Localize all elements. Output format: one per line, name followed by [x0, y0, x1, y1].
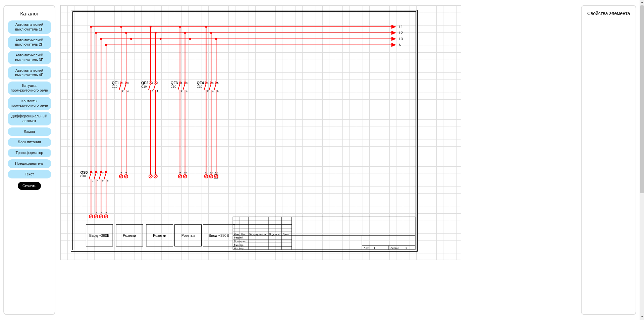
svg-text:4: 4: [127, 90, 129, 93]
catalog-item-rcbo[interactable]: Дифференциальный автомат: [8, 112, 51, 125]
svg-line-102: [105, 215, 107, 218]
svg-text:Ввод ~380В: Ввод ~380В: [209, 233, 229, 237]
catalog-item-relay-coil[interactable]: Катушка промежуточного реле: [8, 82, 51, 95]
svg-text:Дата: Дата: [283, 233, 289, 236]
svg-line-98: [95, 215, 97, 218]
svg-text:2: 2: [152, 90, 153, 93]
svg-text:8: 8: [155, 171, 157, 174]
window-scrollbar[interactable]: ▴ ▾: [640, 0, 644, 320]
svg-text:10: 10: [184, 171, 187, 174]
svg-point-13: [160, 38, 162, 40]
svg-line-85: [214, 84, 216, 90]
svg-text:2: 2: [92, 179, 94, 182]
svg-text:1: 1: [181, 82, 183, 85]
svg-text:C10: C10: [80, 174, 86, 178]
svg-line-116: [179, 175, 181, 178]
bus-n: N: [399, 43, 401, 47]
svg-text:QF3: QF3: [171, 81, 178, 85]
properties-title: Свойства элемента: [583, 11, 634, 16]
svg-text:4: 4: [157, 90, 158, 93]
svg-line-54: [124, 84, 126, 90]
svg-text:3: 3: [97, 171, 99, 174]
device-qf4[interactable]: QF4 C10 1 3 5 2 4 6: [197, 81, 219, 174]
svg-text:2: 2: [181, 90, 183, 93]
catalog-item-breaker-3p[interactable]: Автоматический выключатель 3П: [8, 51, 51, 64]
svg-line-108: [120, 175, 122, 178]
svg-text:6: 6: [217, 90, 219, 93]
svg-text:1: 1: [122, 82, 124, 85]
catalog-item-transformer[interactable]: Трансформатор: [8, 149, 51, 157]
svg-text:Лист: Лист: [241, 233, 247, 236]
svg-text:13: 13: [215, 171, 218, 174]
svg-line-124: [215, 175, 217, 178]
catalog-item-text[interactable]: Текст: [8, 170, 51, 179]
terminals-qs0-in: [89, 215, 108, 218]
svg-text:Н.контр.: Н.контр.: [234, 247, 244, 250]
svg-text:C10: C10: [112, 85, 117, 88]
svg-text:5: 5: [102, 171, 104, 174]
svg-text:Листов: Листов: [390, 247, 399, 250]
svg-text:3: 3: [212, 82, 214, 85]
scroll-thumb[interactable]: [640, 5, 644, 193]
svg-text:5: 5: [217, 82, 219, 85]
svg-text:C10: C10: [141, 85, 147, 88]
bus-l3: L3: [399, 37, 403, 41]
svg-text:1: 1: [92, 171, 94, 174]
svg-text:4: 4: [212, 90, 214, 93]
catalog-item-relay-contacts[interactable]: Контакты промежуточного реле: [8, 97, 51, 110]
svg-line-73: [178, 84, 180, 90]
catalog-item-lamp[interactable]: Лампа: [8, 127, 51, 136]
svg-text:7: 7: [107, 171, 109, 174]
svg-text:№ документа: № документа: [249, 233, 266, 236]
svg-line-96: [90, 215, 92, 218]
svg-text:Разраб.: Разраб.: [234, 236, 244, 239]
catalog-item-breaker-1p[interactable]: Автоматический выключатель 1П: [8, 20, 51, 34]
svg-text:3: 3: [157, 82, 158, 85]
catalog-title: Каталог: [20, 11, 39, 16]
device-qf1[interactable]: QF1 C10 1 3 2 4: [112, 81, 129, 174]
svg-line-63: [149, 84, 151, 90]
svg-text:Розетки: Розетки: [153, 233, 166, 237]
scroll-up-icon[interactable]: ▴: [640, 0, 644, 5]
svg-line-53: [119, 84, 121, 90]
catalog-sidebar: Каталог Автоматический выключатель 1П Ав…: [3, 5, 55, 315]
catalog-item-fuse[interactable]: Предохранитель: [8, 159, 51, 168]
svg-point-16: [189, 38, 191, 40]
svg-text:3: 3: [186, 82, 188, 85]
catalog-item-breaker-2p[interactable]: Автоматический выключатель 2П: [8, 36, 51, 49]
drawing-canvas[interactable]: L1 L2 L3 N: [60, 5, 461, 260]
svg-text:2: 2: [207, 90, 209, 93]
svg-text:1: 1: [406, 247, 407, 250]
svg-text:12: 12: [210, 171, 213, 174]
device-qs0[interactable]: QS0 C10 1 3 5 7 2 4 6 8: [80, 170, 109, 215]
svg-text:1: 1: [152, 82, 153, 85]
svg-text:C10: C10: [171, 85, 176, 88]
svg-text:QF1: QF1: [112, 81, 119, 85]
svg-line-74: [183, 84, 185, 90]
catalog-item-breaker-4p[interactable]: Автоматический выключатель 4П: [8, 66, 51, 80]
svg-line-36: [94, 173, 96, 179]
svg-text:9: 9: [179, 171, 181, 174]
device-qf3[interactable]: QF3 C10 1 3 2 4: [171, 81, 188, 174]
svg-line-37: [99, 173, 101, 179]
download-button[interactable]: Скачать: [18, 182, 41, 190]
svg-text:QF2: QF2: [141, 81, 148, 85]
catalog-item-psu[interactable]: Блок питания: [8, 138, 51, 147]
svg-text:5: 5: [120, 171, 122, 174]
svg-text:3: 3: [127, 82, 129, 85]
scroll-down-icon[interactable]: ▾: [640, 315, 644, 320]
properties-panel: Свойства элемента: [581, 5, 636, 315]
svg-text:QS0: QS0: [80, 170, 88, 174]
schematic-svg: L1 L2 L3 N: [61, 5, 461, 260]
svg-line-83: [204, 84, 206, 90]
svg-text:7: 7: [150, 171, 152, 174]
svg-text:2: 2: [122, 90, 124, 93]
svg-text:3: 3: [100, 211, 102, 214]
svg-line-35: [89, 173, 91, 179]
svg-text:Изм: Изм: [234, 233, 239, 236]
svg-text:C10: C10: [197, 85, 202, 88]
device-qf2[interactable]: QF2 C10 1 3 2 4: [141, 81, 158, 174]
svg-text:8: 8: [107, 179, 109, 182]
canvas-area[interactable]: L1 L2 L3 N: [59, 0, 578, 320]
svg-text:1: 1: [207, 82, 209, 85]
